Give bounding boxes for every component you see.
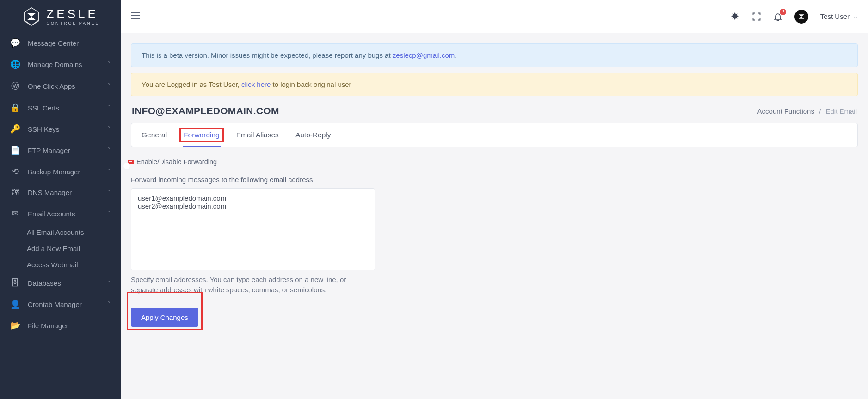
chevron-down-icon: ˅ — [108, 168, 111, 175]
content: This is a beta version. Minor issues mig… — [121, 33, 868, 399]
tab-forwarding[interactable]: Forwarding — [183, 123, 221, 147]
sitemap-icon: 🗺 — [10, 188, 20, 197]
sidebar-item-manage-domains[interactable]: 🌐Manage Domains˅ — [0, 54, 121, 75]
sidebar-item-crontab-manager[interactable]: 👤Crontab Manager˅ — [0, 294, 121, 315]
toggle-row: Enable/Disable Forwarding — [131, 158, 858, 166]
page-title: INFO@EXAMPLEDOMAIN.COM — [132, 105, 279, 117]
sidebar-item-one-click-apps[interactable]: ⓦOne Click Apps˅ — [0, 75, 121, 97]
alert-text: to login back original user — [271, 80, 351, 88]
topbar: ? Test User ⌄ — [121, 0, 868, 33]
sidebar-item-label: FTP Manager — [28, 147, 100, 154]
sidebar-item-backup-manager[interactable]: ⟲Backup Manager˅ — [0, 161, 121, 182]
sidebar-item-label: Backup Manager — [28, 168, 100, 176]
forward-textarea[interactable] — [131, 188, 375, 270]
logo-icon — [21, 6, 42, 27]
file-icon: 📄 — [10, 145, 20, 155]
sidebar-item-label: Message Center — [28, 39, 111, 47]
sidebar-item-label: SSH Keys — [28, 125, 100, 133]
tab-auto-reply[interactable]: Auto-Reply — [295, 123, 332, 147]
sidebar-item-label: Databases — [28, 279, 100, 287]
page-header: INFO@EXAMPLEDOMAIN.COM Account Functions… — [132, 105, 857, 117]
breadcrumb: Account Functions / Edit Email — [757, 107, 857, 115]
tab-email-aliases[interactable]: Email Aliases — [235, 123, 280, 147]
sidebar-item-email-accounts[interactable]: ✉Email Accounts˄ — [0, 203, 121, 224]
username-label[interactable]: Test User — [820, 12, 850, 20]
sidebar-item-label: Email Accounts — [28, 210, 100, 218]
sidebar-item-label: SSL Certs — [28, 104, 100, 112]
brand-name: ZESLE — [46, 7, 98, 21]
sidebar-item-file-manager[interactable]: 📂File Manager — [0, 315, 121, 336]
help-text: Specify email addresses. You can type ea… — [131, 275, 371, 295]
alert-link[interactable]: click here — [241, 80, 271, 88]
sidebar-item-databases[interactable]: 🗄Databases˅ — [0, 273, 121, 294]
chat-icon: 💬 — [10, 38, 20, 48]
sidebar-item-dns-manager[interactable]: 🗺DNS Manager˅ — [0, 182, 121, 203]
sidebar-item-label: Manage Domains — [28, 61, 100, 68]
sidebar-subitem-all-email-accounts[interactable]: All Email Accounts — [0, 224, 121, 240]
chevron-down-icon: ˅ — [108, 190, 111, 196]
sidebar-subitem-access-webmail[interactable]: Access Webmail — [0, 257, 121, 273]
tabs: GeneralForwardingEmail AliasesAuto-Reply — [131, 123, 858, 147]
topbar-actions: ? Test User ⌄ — [730, 10, 858, 24]
history-icon: ⟲ — [10, 166, 20, 177]
sidebar-item-ftp-manager[interactable]: 📄FTP Manager˅ — [0, 140, 121, 161]
highlight-box: Apply Changes — [131, 295, 198, 327]
sidebar-item-ssl-certs[interactable]: 🔒SSL Certs˅ — [0, 97, 121, 118]
alert-text: You are Logged in as Test User, — [142, 80, 241, 88]
mail-icon: ✉ — [10, 209, 20, 219]
chevron-down-icon: ˅ — [108, 61, 111, 68]
main: ? Test User ⌄ This is a beta version. Mi… — [121, 0, 868, 399]
sidebar-subitem-add-a-new-email[interactable]: Add a New Email — [0, 240, 121, 257]
chevron-down-icon: ˅ — [108, 104, 111, 111]
breadcrumb-current: Edit Email — [825, 107, 857, 115]
alert-text: . — [455, 51, 456, 59]
forward-label: Forward incoming messages to the followi… — [131, 176, 858, 184]
alert-beta: This is a beta version. Minor issues mig… — [131, 43, 858, 67]
lock-icon: 🔒 — [10, 103, 20, 113]
tab-general[interactable]: General — [141, 123, 168, 147]
chevron-down-icon: ˅ — [108, 83, 111, 89]
bell-icon[interactable]: ? — [773, 12, 782, 22]
sidebar-item-message-center[interactable]: 💬Message Center — [0, 32, 121, 54]
breadcrumb-sep: / — [819, 107, 821, 115]
apply-changes-button[interactable]: Apply Changes — [131, 308, 198, 327]
chevron-down-icon: ˅ — [108, 280, 111, 287]
brand-logo[interactable]: ZESLE CONTROL PANEL — [0, 2, 121, 32]
highlight-box: Forwarding — [184, 131, 220, 139]
hamburger-icon[interactable] — [131, 11, 140, 22]
avatar[interactable] — [794, 10, 808, 24]
toggle-label: Enable/Disable Forwarding — [136, 158, 217, 166]
sidebar-item-label: File Manager — [28, 322, 111, 330]
sidebar-item-label: Crontab Manager — [28, 301, 100, 308]
alert-text: This is a beta version. Minor issues mig… — [142, 51, 393, 59]
chevron-down-icon: ˅ — [108, 126, 111, 132]
chevron-down-icon: ˅ — [108, 147, 111, 153]
user-menu-chevron-icon[interactable]: ⌄ — [853, 13, 858, 20]
fullscreen-icon[interactable] — [752, 12, 761, 21]
key-icon: 🔑 — [10, 124, 20, 134]
breadcrumb-root[interactable]: Account Functions — [757, 107, 814, 115]
chevron-down-icon: ˅ — [108, 301, 111, 307]
notification-badge: ? — [780, 9, 786, 15]
folder-icon: 📂 — [10, 320, 20, 331]
alert-link[interactable]: zeslecp@gmail.com — [393, 51, 455, 59]
chevron-up-icon: ˄ — [108, 210, 111, 217]
wordpress-icon: ⓦ — [10, 80, 20, 92]
database-icon: 🗄 — [10, 278, 20, 288]
user-cog-icon: 👤 — [10, 299, 20, 309]
leaf-icon[interactable] — [730, 12, 740, 22]
globe-icon: 🌐 — [10, 59, 20, 69]
sidebar-item-label: DNS Manager — [28, 189, 100, 196]
sidebar: ZESLE CONTROL PANEL 💬Message Center🌐Mana… — [0, 0, 121, 399]
brand-subtitle: CONTROL PANEL — [46, 21, 99, 25]
alert-impersonation: You are Logged in as Test User, click he… — [131, 73, 858, 96]
sidebar-item-label: One Click Apps — [28, 82, 100, 90]
sidebar-item-ssh-keys[interactable]: 🔑SSH Keys˅ — [0, 118, 121, 140]
